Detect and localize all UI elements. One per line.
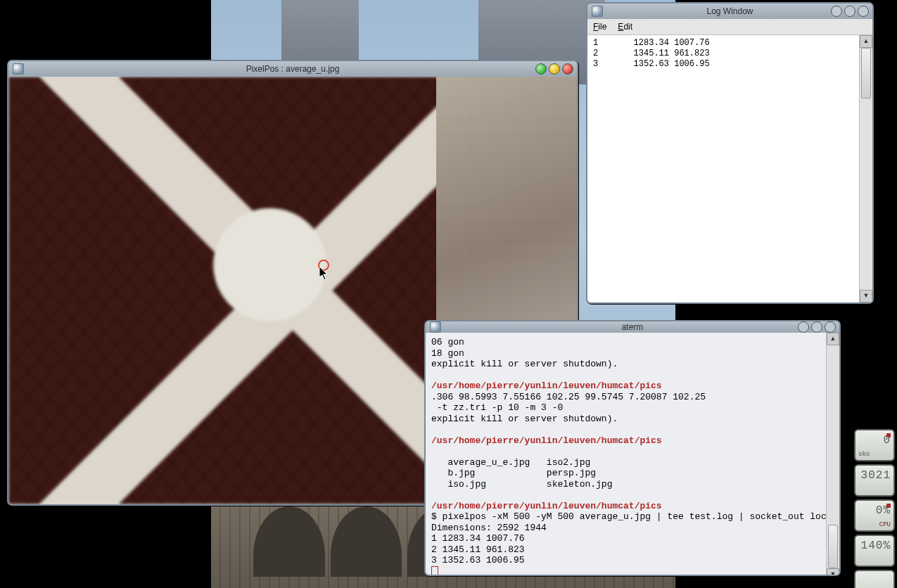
meter-value [858,574,891,588]
menu-edit[interactable]: Edit [618,22,632,32]
log-title: Log Window [587,6,872,16]
meter-item [854,570,895,588]
meter-item: 0 sko [854,429,895,461]
log-menubar: File Edit [587,19,872,35]
maximize-button[interactable] [811,321,822,333]
scroll-thumb[interactable] [828,525,838,568]
aterm-window[interactable]: aterm 06 gon 18 gon explicit kill or ser… [424,320,841,576]
meter-value: 3021 [858,468,891,482]
app-icon [592,6,603,17]
close-button[interactable] [562,63,573,75]
minimize-button[interactable] [831,6,842,17]
maximize-button[interactable] [844,6,855,17]
terminal-output[interactable]: 06 gon 18 gon explicit kill or server sh… [426,333,826,576]
system-meters: 0 sko 3021 0% CPU 140% [854,429,895,588]
meter-value: 0% [858,504,891,518]
scroll-up-icon[interactable]: ▲ [827,333,839,345]
log-scrollbar[interactable]: ▲ ▼ [859,35,872,302]
app-icon [430,321,441,333]
log-titlebar[interactable]: Log Window [587,4,872,19]
pixelpos-titlebar[interactable]: PixelPos : average_u.jpg [8,61,577,77]
close-button[interactable] [858,6,869,17]
meter-item: 140% [854,535,895,567]
meter-label: sko [858,450,870,459]
meter-value: 0 [858,433,891,447]
minimize-button[interactable] [535,63,547,75]
close-button[interactable] [825,321,836,333]
minimize-button[interactable] [798,321,809,333]
scroll-up-icon[interactable]: ▲ [860,35,872,48]
scroll-down-icon[interactable]: ▼ [860,290,872,302]
aterm-titlebar[interactable]: aterm [426,321,839,333]
meter-label: CPU [879,520,891,529]
meter-item: 0% CPU [854,499,895,532]
pixelpos-title: PixelPos : average_u.jpg [8,64,577,74]
maximize-button[interactable] [549,63,560,75]
log-window[interactable]: Log Window File Edit 1 1283.34 1007.76 2… [586,2,874,304]
log-text: 1 1283.34 1007.76 2 1345.11 961.823 3 13… [587,35,859,302]
aterm-title: aterm [426,322,839,332]
aterm-scrollbar[interactable]: ▲ ▼ [826,333,839,576]
meter-item: 3021 [854,464,895,497]
app-icon [13,63,24,75]
meter-value: 140% [858,539,891,553]
menu-file[interactable]: File [593,22,606,32]
scroll-down-icon[interactable]: ▼ [827,568,839,576]
scroll-thumb[interactable] [861,48,871,98]
